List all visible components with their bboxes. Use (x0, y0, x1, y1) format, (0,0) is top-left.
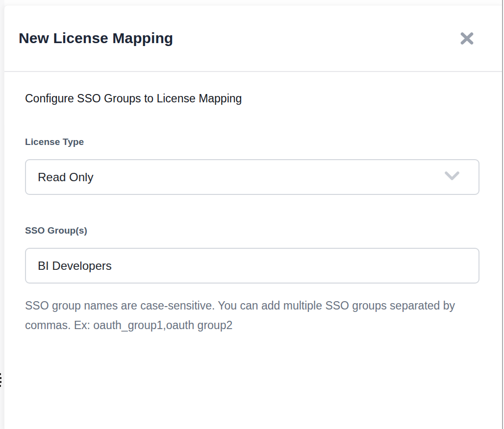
sso-groups-help-text: SSO group names are case-sensitive. You … (25, 296, 456, 335)
close-button[interactable] (457, 28, 477, 48)
modal-body: Configure SSO Groups to License Mapping … (4, 72, 502, 335)
license-type-field-group: License Type Read Only (25, 137, 479, 195)
license-type-label: License Type (25, 137, 479, 147)
chevron-down-icon (444, 171, 460, 183)
sso-groups-field-group: SSO Group(s) SSO group names are case-se… (25, 225, 479, 335)
close-icon (460, 32, 474, 45)
background-text-fragment (0, 385, 1, 387)
background-text-fragment (0, 373, 1, 375)
modal-intro-text: Configure SSO Groups to License Mapping (25, 91, 479, 106)
new-license-mapping-modal: New License Mapping Configure SSO Groups… (4, 5, 502, 429)
screen: New License Mapping Configure SSO Groups… (0, 0, 504, 429)
background-text-fragment (0, 377, 1, 379)
modal-title: New License Mapping (19, 30, 173, 47)
license-type-select[interactable]: Read Only (25, 159, 479, 195)
sso-groups-label: SSO Group(s) (25, 225, 479, 236)
sso-groups-input[interactable] (25, 248, 479, 284)
license-type-selected-value: Read Only (38, 170, 93, 184)
modal-header: New License Mapping (4, 5, 502, 72)
background-text-fragment (0, 381, 1, 383)
